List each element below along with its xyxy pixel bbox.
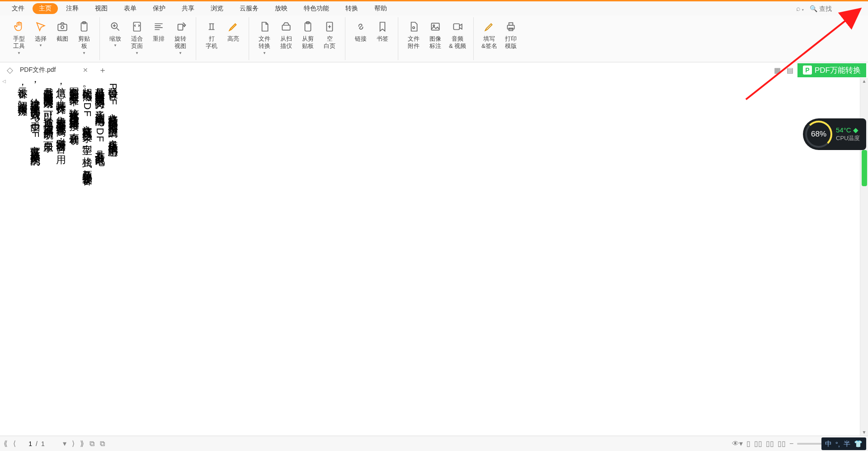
reflow-icon [152, 20, 165, 33]
zoom-button[interactable]: 缩放 ▼ [104, 17, 126, 47]
bookmark-button[interactable]: 书签 [372, 17, 393, 42]
facing-icon[interactable]: ▯▯ [766, 439, 774, 448]
menu-item-cloud[interactable]: 云服务 [231, 3, 267, 14]
prev-page-button[interactable]: ⟨ [12, 439, 17, 448]
audio-icon [451, 20, 464, 33]
page-layout2-icon[interactable]: ⧉ [99, 440, 106, 448]
ribbon: 手型工具 ▼ 选择 ▼ 截图 剪贴板 ▼ 缩放 ▼ 适合页面 ▼ [0, 15, 868, 62]
status-bar: ⟪ ⟨ / 1 ▾ ⟩ ⟫ ⧉ ⧉ 👁▾ ▯ ▯▯ ▯▯ ▯▯ − + 1 [0, 436, 868, 451]
ime-width[interactable]: 半 [844, 440, 850, 448]
menu-item-features[interactable]: 特色功能 [296, 3, 337, 14]
menu-item-home[interactable]: 主页 [33, 3, 58, 14]
performance-widget[interactable]: 68% 54°C ◆ CPU温度 [803, 118, 866, 150]
zoom-out-button[interactable]: − [789, 440, 793, 448]
blank-page-icon [323, 20, 336, 33]
chevron-down-icon: ▼ [17, 51, 21, 55]
fit-page-button[interactable]: 适合页面 ▼ [126, 17, 148, 55]
audio-video-button[interactable]: 音频& 视频 [446, 17, 469, 50]
sign-icon [482, 20, 496, 33]
ime-punct[interactable]: °, [835, 440, 840, 448]
svg-rect-0 [58, 24, 67, 31]
continuous-icon[interactable]: ▯▯ [754, 439, 762, 448]
close-tab-button[interactable]: ✕ [83, 66, 88, 74]
file-convert-button[interactable]: 文件转换 ▼ [254, 17, 275, 55]
image-annotation-button[interactable]: 图像标注 [425, 17, 446, 50]
page-total: 1 [41, 440, 45, 447]
find-box[interactable]: 🔍 [810, 5, 855, 12]
perf-cpu-label: CPU温度 [836, 134, 860, 142]
cover-facing-icon[interactable]: ▯▯ [778, 439, 786, 448]
add-tab-button[interactable]: ＋ [96, 65, 109, 75]
print-template-button[interactable]: 打印模版 [500, 17, 522, 50]
from-clipboard-button[interactable]: 从剪贴板 [297, 17, 319, 50]
blank-page-button[interactable]: 空白页 [319, 17, 340, 50]
grid-view-icon[interactable]: ▦ [772, 65, 782, 75]
quick-search-icon[interactable]: ⌕▾ [796, 5, 805, 13]
rotate-icon [174, 20, 187, 33]
snapshot-button[interactable]: 截图 [52, 17, 73, 42]
pdf-page: 公司设计PDF文件格式的目的是为了支持跨平台上的，多媒体集成的信息出 其是提供对… [16, 78, 197, 436]
ime-shirt-icon[interactable]: 👕 [854, 440, 863, 448]
file-attachment-button[interactable]: 文件附件 [403, 17, 425, 50]
link-icon [354, 20, 368, 33]
hand-tool-button[interactable]: 手型工具 ▼ [8, 17, 30, 55]
svg-rect-12 [431, 23, 439, 30]
search-icon: 🔍 [810, 5, 817, 12]
menu-item-help[interactable]: 帮助 [366, 3, 395, 14]
file-convert-icon [258, 20, 271, 33]
scroll-thumb[interactable] [862, 150, 867, 186]
clipboard2-icon [301, 20, 315, 33]
select-icon [34, 20, 47, 33]
pdf-convert-badge[interactable]: P PDF万能转换 [797, 63, 866, 77]
link-button[interactable]: 链接 [350, 17, 372, 42]
svg-rect-7 [282, 25, 290, 30]
menu-item-present[interactable]: 放映 [267, 3, 296, 14]
next-page-button[interactable]: ⟩ [71, 439, 75, 448]
first-page-button[interactable]: ⟪ [3, 439, 9, 448]
menu-item-convert[interactable]: 转换 [337, 3, 366, 14]
document-area[interactable]: ◁ 公司设计PDF文件格式的目的是为了支持跨平台上的，多媒体集成的信息出 其是提… [0, 78, 868, 436]
printer-icon [504, 20, 518, 33]
visibility-icon[interactable]: 👁▾ [732, 439, 743, 448]
document-tab[interactable]: PDF文件.pdf ✕ [15, 62, 93, 78]
menu-item-form[interactable]: 表单 [116, 3, 145, 14]
document-text: 公司设计PDF文件格式的目的是为了支持跨平台上的，多媒体集成的信息出 其是提供对… [16, 78, 119, 436]
menu-item-browse[interactable]: 浏览 [203, 3, 231, 14]
typewriter-button[interactable]: 打字机 [201, 17, 222, 50]
from-scanner-button[interactable]: 从扫描仪 [275, 17, 297, 50]
fill-sign-button[interactable]: 填写&签名 [478, 17, 500, 50]
tag-icon[interactable]: ◇ [5, 65, 15, 75]
scroll-down-icon[interactable]: ▼ [860, 430, 868, 435]
last-page-button[interactable]: ⟫ [79, 439, 85, 448]
page-number-input[interactable] [20, 440, 32, 447]
menu-item-view[interactable]: 视图 [87, 3, 116, 14]
menu-item-share[interactable]: 共享 [174, 3, 203, 14]
perf-temp: 54°C ◆ [836, 126, 860, 134]
highlight-button[interactable]: 高亮 [222, 17, 244, 42]
scroll-up-icon[interactable]: ▲ [860, 79, 868, 84]
page-view-icon[interactable]: ▤ [785, 65, 795, 75]
ime-lang[interactable]: 中 [825, 440, 832, 448]
page-dropdown[interactable]: ▾ [62, 439, 67, 448]
page-layout1-icon[interactable]: ⧉ [89, 440, 95, 448]
image-icon [429, 20, 442, 33]
menu-item-annotate[interactable]: 注释 [58, 3, 87, 14]
single-page-icon[interactable]: ▯ [746, 439, 750, 448]
rotate-view-button[interactable]: 旋转视图 ▼ [170, 17, 191, 55]
bookmark-icon [376, 20, 389, 33]
svg-rect-6 [178, 24, 183, 30]
select-button[interactable]: 选择 ▼ [30, 17, 52, 47]
hand-icon [12, 20, 26, 33]
svg-point-11 [413, 27, 415, 28]
tab-strip: ◇ PDF文件.pdf ✕ ＋ ▦ ▤ P PDF万能转换 [0, 62, 868, 78]
fit-page-icon [130, 20, 144, 33]
clipboard-button[interactable]: 剪贴板 ▼ [73, 17, 95, 55]
reflow-button[interactable]: 重排 [148, 17, 170, 42]
zoom-icon [108, 20, 122, 33]
svg-rect-14 [453, 24, 459, 30]
menu-item-protect[interactable]: 保护 [145, 3, 174, 14]
ime-indicator[interactable]: 中 °, 半 👕 [821, 437, 866, 450]
menu-item-file[interactable]: 文件 [4, 3, 33, 14]
svg-rect-5 [133, 22, 140, 31]
find-input[interactable] [819, 5, 855, 12]
